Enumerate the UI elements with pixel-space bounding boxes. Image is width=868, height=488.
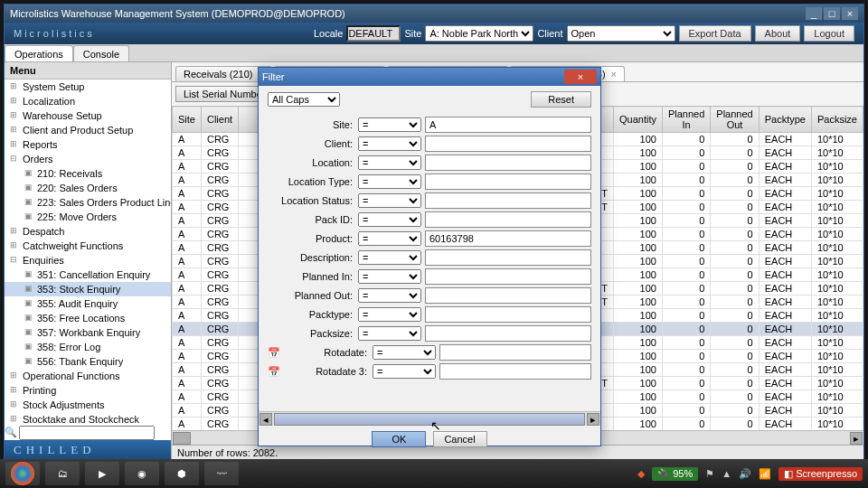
- filter-value-input[interactable]: [425, 306, 591, 323]
- app-icon-1[interactable]: ⬢: [165, 462, 199, 485]
- media-player-icon[interactable]: ▶: [85, 462, 119, 485]
- col-header[interactable]: Client: [201, 107, 238, 133]
- nav-item[interactable]: 357: Workbank Enquiry: [5, 325, 171, 340]
- titlebar: Microlistics Warehouse Management System…: [5, 5, 863, 23]
- dialog-titlebar[interactable]: Filter ×: [259, 68, 600, 86]
- calendar-icon[interactable]: 📅: [268, 366, 280, 378]
- nav-item[interactable]: Despatch: [5, 224, 171, 239]
- caps-select[interactable]: All Caps: [268, 92, 340, 107]
- client-select[interactable]: Open: [567, 25, 675, 42]
- nav-item[interactable]: 356: Free Locations: [5, 311, 171, 325]
- filter-op-select[interactable]: =: [358, 307, 421, 322]
- nav-item[interactable]: 355: Audit Enquiry: [5, 296, 171, 311]
- filter-label: Site:: [268, 119, 358, 130]
- nav-item[interactable]: 351: Cancellation Enquiry: [5, 267, 171, 282]
- filter-op-select[interactable]: =: [358, 155, 421, 170]
- reset-button[interactable]: Reset: [531, 91, 591, 108]
- tray-vol-icon[interactable]: 🔊: [739, 468, 751, 480]
- nav-item[interactable]: Localization: [5, 94, 171, 108]
- filter-op-select[interactable]: =: [358, 269, 421, 284]
- filter-op-select[interactable]: =: [358, 250, 421, 265]
- filter-value-input[interactable]: [425, 136, 591, 152]
- filter-op-select[interactable]: =: [358, 231, 421, 246]
- cancel-button[interactable]: Cancel: [433, 431, 487, 447]
- nav-item[interactable]: Client and Product Setup: [5, 123, 171, 137]
- nav-tree[interactable]: System SetupLocalizationWarehouse SetupC…: [5, 80, 171, 426]
- col-header[interactable]: Planned In: [662, 107, 710, 133]
- dialog-hscroll[interactable]: ◂ ▸: [259, 411, 600, 426]
- nav-item[interactable]: Printing: [5, 383, 171, 398]
- nav-item[interactable]: 353: Stock Enquiry: [5, 282, 171, 296]
- dialog-close-icon[interactable]: ×: [564, 70, 597, 84]
- nav-item[interactable]: Stock Adjustments: [5, 398, 171, 412]
- filter-value-input[interactable]: [425, 249, 591, 266]
- filter-value-input[interactable]: [439, 363, 591, 380]
- nav-item[interactable]: 225: Move Orders: [5, 210, 171, 224]
- tray-icon[interactable]: ◆: [637, 468, 645, 480]
- filter-value-input[interactable]: [425, 211, 591, 228]
- maximize-icon[interactable]: □: [824, 7, 840, 20]
- about-button[interactable]: About: [755, 25, 801, 42]
- app-icon-2[interactable]: 〰: [204, 462, 239, 485]
- col-header[interactable]: Packsize: [811, 107, 863, 133]
- chrome-icon[interactable]: ◉: [125, 462, 159, 485]
- close-icon[interactable]: ×: [842, 7, 858, 20]
- menu-search-input[interactable]: [19, 426, 155, 440]
- nav-item[interactable]: 556: Tbank Enquiry: [5, 354, 171, 369]
- filter-label: Client:: [268, 138, 358, 149]
- filter-value-input[interactable]: [425, 325, 591, 342]
- filter-value-input[interactable]: [439, 344, 591, 361]
- locale-field[interactable]: [346, 25, 401, 42]
- nav-item[interactable]: Enquiries: [5, 253, 171, 267]
- filter-value-input[interactable]: [425, 287, 591, 304]
- filter-op-select[interactable]: =: [373, 364, 436, 379]
- filter-row: Planned In:=: [268, 268, 591, 285]
- nav-item[interactable]: Stocktake and Stockcheck: [5, 412, 171, 426]
- nav-item[interactable]: Warehouse Setup: [5, 108, 171, 123]
- calendar-icon[interactable]: 📅: [268, 347, 280, 359]
- nav-item[interactable]: Reports: [5, 137, 171, 152]
- filter-op-select[interactable]: =: [358, 326, 421, 341]
- nav-item[interactable]: 220: Sales Orders: [5, 181, 171, 195]
- filter-op-select[interactable]: =: [358, 212, 421, 227]
- filter-value-input[interactable]: [425, 117, 591, 133]
- filter-value-input[interactable]: [425, 268, 591, 285]
- site-select[interactable]: A: Noble Park North: [425, 25, 533, 42]
- logout-button[interactable]: Logout: [804, 25, 854, 42]
- filter-op-select[interactable]: =: [358, 288, 421, 303]
- nav-item[interactable]: 223: Sales Orders Product Line Release: [5, 195, 171, 210]
- filter-op-select[interactable]: =: [358, 117, 421, 132]
- filter-op-select[interactable]: =: [358, 174, 421, 189]
- filter-op-select[interactable]: =: [358, 193, 421, 208]
- tray-up-icon[interactable]: ▲: [722, 468, 731, 479]
- col-header[interactable]: Site: [173, 107, 202, 133]
- nav-item[interactable]: Orders: [5, 152, 171, 166]
- filter-op-select[interactable]: =: [358, 136, 421, 151]
- minimize-icon[interactable]: _: [806, 7, 822, 20]
- tab-console[interactable]: Console: [73, 45, 129, 61]
- nav-item[interactable]: Operational Functions: [5, 369, 171, 383]
- col-header[interactable]: Quantity: [614, 107, 663, 133]
- filter-row: Packtype:=: [268, 306, 591, 323]
- nav-item[interactable]: 358: Error Log: [5, 340, 171, 354]
- nav-item[interactable]: Catchweight Functions: [5, 239, 171, 253]
- filter-value-input[interactable]: [425, 174, 591, 190]
- tray-flag-icon[interactable]: ⚑: [705, 468, 714, 480]
- export-data-button[interactable]: Export Data: [679, 25, 751, 42]
- filter-value-input[interactable]: [425, 230, 591, 247]
- filter-op-select[interactable]: =: [373, 345, 436, 360]
- battery-indicator[interactable]: 🔌 95%: [652, 467, 698, 481]
- tray-net-icon[interactable]: 📶: [759, 468, 771, 480]
- filter-value-input[interactable]: [425, 192, 591, 209]
- col-header[interactable]: Packtype: [759, 107, 811, 133]
- explorer-icon[interactable]: 🗂: [45, 462, 80, 485]
- screenpresso-badge[interactable]: ◧ Screenpresso: [778, 467, 863, 481]
- col-header[interactable]: Planned Out: [711, 107, 759, 133]
- filter-value-input[interactable]: [425, 155, 591, 171]
- tab-operations[interactable]: Operations: [5, 45, 73, 61]
- ok-button[interactable]: OK: [372, 431, 426, 447]
- nav-item[interactable]: 210: Receivals: [5, 166, 171, 181]
- start-button[interactable]: [5, 462, 40, 485]
- tab-close-icon[interactable]: ×: [611, 69, 617, 80]
- nav-item[interactable]: System Setup: [5, 80, 171, 94]
